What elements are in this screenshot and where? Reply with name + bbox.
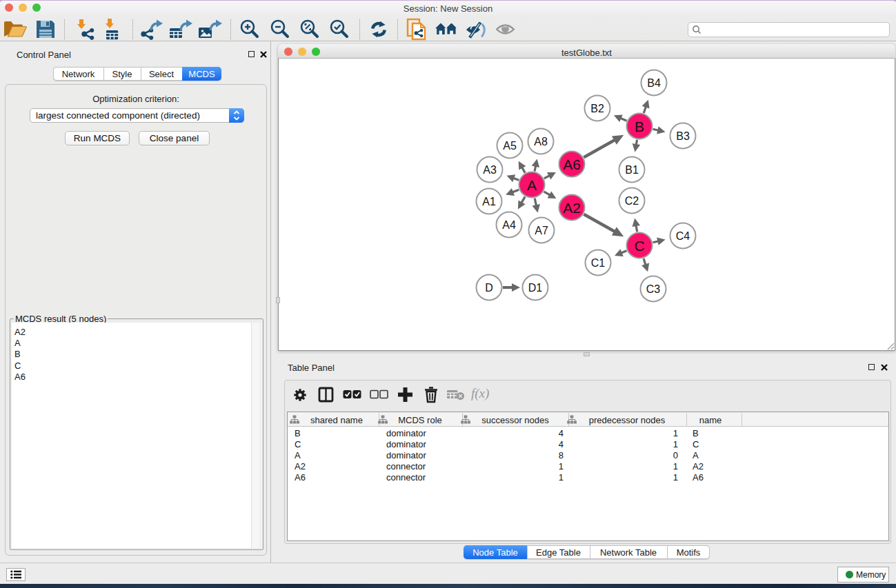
- svg-text:B2: B2: [590, 103, 604, 114]
- svg-text:D: D: [485, 282, 493, 294]
- svg-text:B1: B1: [625, 164, 639, 176]
- svg-text:A7: A7: [535, 225, 548, 236]
- svg-text:C3: C3: [646, 283, 661, 295]
- svg-text:B3: B3: [676, 130, 690, 142]
- svg-text:A4: A4: [502, 219, 516, 231]
- svg-text:B: B: [635, 119, 644, 134]
- svg-text:A: A: [527, 177, 537, 193]
- svg-text:A1: A1: [482, 196, 496, 207]
- svg-text:A3: A3: [483, 164, 497, 176]
- svg-text:D1: D1: [528, 282, 543, 294]
- svg-text:B4: B4: [647, 77, 661, 89]
- svg-text:C1: C1: [591, 257, 606, 269]
- svg-text:C4: C4: [676, 230, 690, 242]
- svg-text:C2: C2: [625, 195, 639, 207]
- svg-text:A8: A8: [534, 136, 548, 148]
- svg-text:A6: A6: [563, 156, 581, 172]
- svg-text:A2: A2: [563, 200, 581, 216]
- svg-text:C: C: [634, 238, 644, 254]
- svg-text:A5: A5: [503, 140, 517, 152]
